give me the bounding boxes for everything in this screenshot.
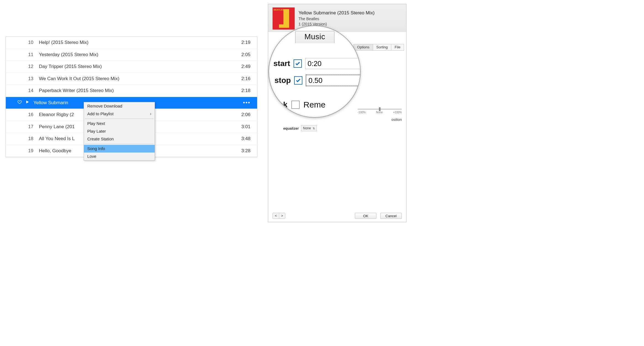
tab-options[interactable]: Options [353,44,373,51]
track-title: Day Tripper (2015 Stereo Mix) [39,64,228,69]
next-song-button[interactable]: > [279,213,285,219]
menu-create-station[interactable]: Create Station [84,135,155,143]
media-kind-tab[interactable]: Music [295,31,334,43]
volume-slider[interactable] [358,109,402,110]
zoom-lens: nd Music start stop ack Reme [268,25,361,118]
menu-love[interactable]: Love [84,153,155,160]
tracklist-panel: 10 Help! (2015 Stereo Mix) 2:19 11 Yeste… [6,36,257,157]
chevron-updown-icon: ⇅ [313,127,315,130]
menu-play-later[interactable]: Play Later [84,127,155,135]
track-title: Yesterday (2015 Stereo Mix) [39,52,228,57]
stop-time-input[interactable] [306,75,361,86]
track-duration: 2:06 [228,112,257,117]
play-icon[interactable] [25,100,30,106]
menu-remove-download[interactable]: Remove Download [84,102,155,110]
track-title: We Can Work It Out (2015 Stereo Mix) [39,76,228,82]
track-number: 16 [6,112,39,117]
track-number: 12 [6,64,39,69]
tab-bar: Options Sorting File [353,43,404,51]
dialog-artist: The Beatles [299,16,374,22]
prev-song-button[interactable]: < [273,213,279,219]
remember-text-partial: Reme [303,100,326,109]
menu-separator [85,119,154,119]
context-menu: Remove Download Add to Playlist Play Nex… [84,102,155,161]
prev-next-nav: < > [273,213,285,219]
equalizer-select[interactable]: None ⇅ [301,125,317,131]
track-row[interactable]: 11 Yesterday (2015 Stereo Mix) 2:05 [6,49,257,61]
start-time-input[interactable] [305,58,361,69]
track-duration: 2:18 [228,88,257,93]
menu-play-next[interactable]: Play Next [84,120,155,127]
stop-checkbox[interactable] [294,76,302,85]
track-number: 10 [6,40,39,45]
track-duration: 3:01 [228,124,257,130]
track-title: Paperback Writer (2015 Stereo Mix) [39,88,228,93]
track-duration: 2:16 [228,76,257,82]
stop-label: stop [275,76,291,85]
track-row[interactable]: 13 We Can Work It Out (2015 Stereo Mix) … [6,73,257,85]
track-row[interactable]: 10 Help! (2015 Stereo Mix) 2:19 [6,37,257,49]
album-cover: BEATLES [273,7,295,30]
track-number: 19 [6,148,39,154]
dialog-header: BEATLES Yellow Submarine (2015 Stereo Mi… [268,4,406,32]
remember-checkbox[interactable] [291,101,300,109]
track-title: Help! (2015 Stereo Mix) [39,40,228,45]
more-options-icon[interactable]: ••• [243,99,257,106]
equalizer-label: equalizer [273,126,301,130]
dialog-footer: < > OK Cancel [268,210,406,222]
cancel-button[interactable]: Cancel [380,213,402,219]
track-number: 13 [6,76,39,82]
track-number: 17 [6,124,39,130]
track-duration: 2:49 [228,64,257,69]
track-number: 18 [6,136,39,141]
dialog-song-title: Yellow Submarine (2015 Stereo Mix) [299,10,374,16]
track-number: 14 [6,88,39,93]
love-outline-icon[interactable] [17,100,22,106]
track-duration: 3:48 [228,136,257,141]
menu-song-info[interactable]: Song Info [84,145,155,153]
track-duration: 2:19 [228,40,257,45]
volume-plus-label: +100% [393,111,402,114]
track-row[interactable]: 12 Day Tripper (2015 Stereo Mix) 2:49 [6,61,257,73]
track-number: 11 [6,52,39,57]
tab-sorting[interactable]: Sorting [373,44,391,51]
tab-file[interactable]: File [391,44,404,51]
menu-add-to-playlist[interactable]: Add to Playlist [84,110,155,118]
cover-text: BEATLES [274,9,284,11]
equalizer-value: None [303,126,311,130]
menu-label: Add to Playlist [87,111,114,117]
track-duration: 3:28 [228,148,257,154]
volume-none-label: None [376,111,383,114]
menu-separator [85,144,154,144]
start-checkbox[interactable] [294,59,302,68]
slider-thumb-icon[interactable] [379,107,381,111]
track-row[interactable]: 14 Paperback Writer (2015 Stereo Mix) 2:… [6,85,257,97]
volume-minus-label: -100% [358,111,366,114]
ok-button[interactable]: OK [355,213,376,219]
track-duration: 2:05 [228,52,257,57]
start-label: start [273,59,290,68]
remember-position-partial: osition [391,117,402,122]
